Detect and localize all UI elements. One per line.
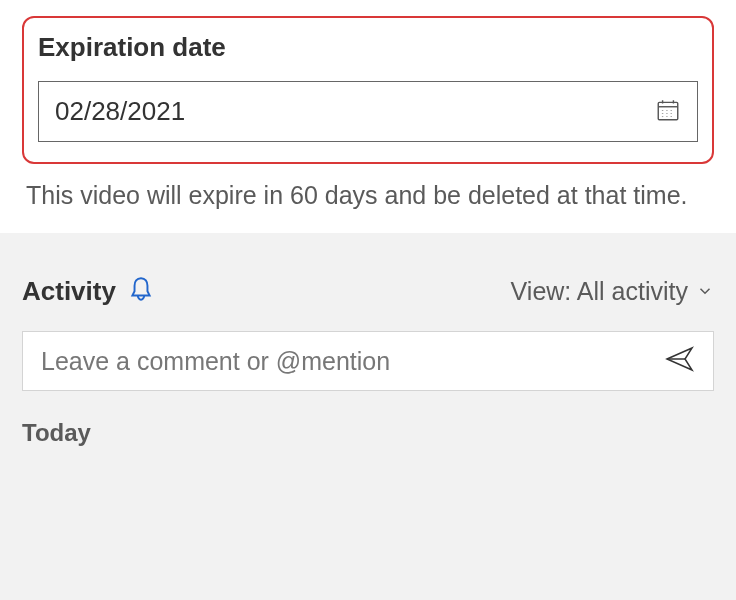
svg-rect-0 bbox=[658, 102, 678, 119]
view-filter-label: View: All activity bbox=[511, 277, 688, 306]
comment-input[interactable] bbox=[41, 347, 665, 376]
activity-section: Activity View: All activity bbox=[0, 233, 736, 600]
view-filter-dropdown[interactable]: View: All activity bbox=[511, 277, 714, 306]
activity-header: Activity View: All activity bbox=[22, 275, 714, 307]
expiration-label: Expiration date bbox=[38, 32, 698, 63]
expiration-date-input[interactable]: 02/28/2021 bbox=[38, 81, 698, 142]
expiration-section: Expiration date 02/28/2021 bbox=[0, 0, 736, 233]
activity-title-group: Activity bbox=[22, 275, 154, 307]
bell-icon[interactable] bbox=[128, 275, 154, 307]
expiration-date-value: 02/28/2021 bbox=[55, 96, 655, 127]
activity-title: Activity bbox=[22, 276, 116, 307]
send-icon[interactable] bbox=[665, 346, 695, 376]
chevron-down-icon bbox=[696, 277, 714, 306]
comment-box[interactable] bbox=[22, 331, 714, 391]
expiration-helper-text: This video will expire in 60 days and be… bbox=[22, 178, 714, 213]
today-heading: Today bbox=[22, 419, 714, 447]
expiration-highlight: Expiration date 02/28/2021 bbox=[22, 16, 714, 164]
calendar-icon[interactable] bbox=[655, 97, 681, 127]
